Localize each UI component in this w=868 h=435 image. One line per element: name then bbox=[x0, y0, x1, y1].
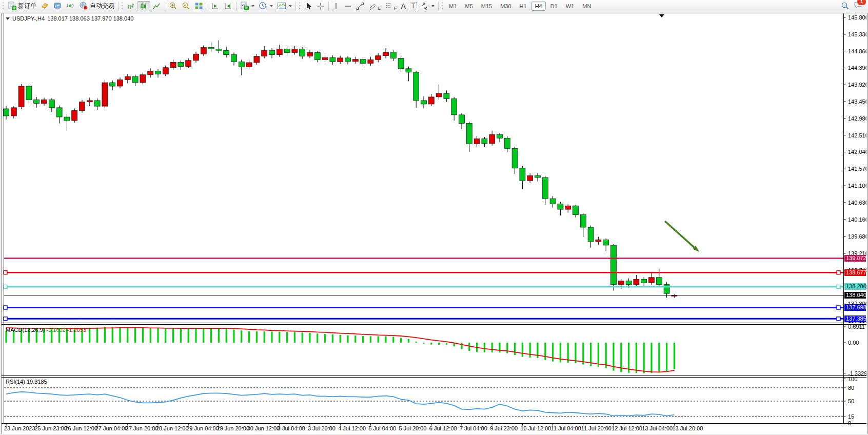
zoom-out-button[interactable] bbox=[180, 1, 192, 11]
toolbar-right: 1 bbox=[841, 1, 867, 11]
timeframe-button-mn[interactable]: MN bbox=[579, 2, 595, 11]
macd-histogram-series bbox=[6, 327, 674, 373]
toolbar-separator bbox=[236, 2, 236, 11]
timeframe-button-m30[interactable]: M30 bbox=[497, 2, 515, 11]
text-tool-icon: A bbox=[401, 2, 406, 10]
candlestick-chart-type-icon bbox=[140, 2, 148, 10]
tile-windows-icon bbox=[194, 2, 203, 10]
line-handle[interactable] bbox=[4, 285, 7, 288]
timeframe-button-h4[interactable]: H4 bbox=[531, 2, 546, 11]
chart-candles-button[interactable] bbox=[137, 1, 150, 11]
templates-button[interactable] bbox=[275, 1, 294, 11]
search-icon[interactable] bbox=[841, 2, 850, 10]
line-handle[interactable] bbox=[837, 285, 840, 288]
autoscroll-icon bbox=[211, 2, 220, 10]
autoscroll-button[interactable] bbox=[209, 1, 222, 11]
line-handle[interactable] bbox=[4, 306, 7, 309]
chart-area[interactable]: USDJPY-,H4 138.017 138.063 137.970 138.0… bbox=[2, 13, 866, 433]
arrows-button[interactable] bbox=[419, 1, 437, 11]
fibonacci-icon bbox=[385, 2, 392, 10]
macd-signal-line bbox=[6, 328, 674, 372]
hline-button[interactable] bbox=[342, 1, 354, 11]
toolbar-grip[interactable] bbox=[441, 2, 444, 10]
new-order-label: 新订单 bbox=[18, 2, 36, 10]
toolbar-grip[interactable] bbox=[121, 2, 124, 10]
zoom-in-icon bbox=[169, 2, 177, 10]
line-handle[interactable] bbox=[837, 271, 840, 274]
arrows-tool-icon bbox=[421, 2, 429, 10]
timeframe-group: M1M5M15M30H1H4D1W1MN bbox=[445, 2, 595, 11]
metaeditor-button[interactable] bbox=[38, 1, 51, 11]
profile-button[interactable] bbox=[51, 1, 64, 11]
new-order-icon bbox=[8, 2, 16, 10]
timeframe-button-h1[interactable]: H1 bbox=[516, 2, 530, 11]
autotrading-button[interactable]: 自动交易 bbox=[77, 1, 116, 11]
toolbar-separator bbox=[118, 2, 119, 11]
new-order-button[interactable]: 新订单 bbox=[6, 1, 38, 11]
chart-plot[interactable] bbox=[2, 13, 866, 433]
equidistant-channel-icon bbox=[368, 2, 376, 10]
vline-button[interactable] bbox=[330, 1, 342, 11]
profile-chart-icon bbox=[53, 2, 62, 10]
trendline-icon bbox=[356, 2, 364, 10]
toolbar-separator bbox=[207, 2, 207, 11]
notifications-button[interactable]: 1 bbox=[854, 1, 863, 11]
trend-arrow-annotation[interactable] bbox=[665, 221, 699, 252]
chart-window: USDJPY-,H4 138.017 138.063 137.970 138.0… bbox=[1, 13, 868, 435]
text-button[interactable]: A bbox=[399, 1, 408, 11]
clock-icon bbox=[259, 2, 267, 10]
toolbar-grip[interactable] bbox=[299, 2, 301, 10]
bar-chart-type-icon bbox=[127, 2, 135, 10]
metaeditor-icon bbox=[41, 2, 49, 10]
crosshair-button[interactable] bbox=[314, 1, 327, 11]
signals-button[interactable] bbox=[64, 1, 77, 11]
dropdown-caret-icon bbox=[270, 5, 273, 7]
tile-windows-button[interactable] bbox=[192, 1, 205, 11]
top-toolbar: 新订单 自动交易 bbox=[0, 0, 868, 12]
label-tool-icon: T bbox=[410, 2, 417, 10]
chart-bars-button[interactable] bbox=[125, 1, 137, 11]
indicators-button[interactable] bbox=[238, 1, 257, 11]
timeframe-button-d1[interactable]: D1 bbox=[547, 2, 561, 11]
dropdown-caret-icon bbox=[251, 5, 254, 7]
dropdown-caret-icon bbox=[289, 5, 292, 7]
zoom-out-icon bbox=[182, 2, 190, 10]
timeframe-button-m15[interactable]: M15 bbox=[478, 2, 496, 11]
channel-button[interactable]: E bbox=[366, 1, 383, 11]
template-icon bbox=[277, 2, 286, 10]
cursor-arrow-icon bbox=[304, 2, 312, 10]
toolbar-separator bbox=[165, 2, 165, 11]
zoom-in-button[interactable] bbox=[167, 1, 180, 11]
candlestick-series bbox=[4, 41, 677, 298]
timeframe-button-m1[interactable]: M1 bbox=[445, 2, 460, 11]
crosshair-icon bbox=[317, 2, 325, 10]
horizontal-line-icon bbox=[344, 2, 352, 10]
channel-subscript: E bbox=[378, 6, 381, 11]
line-handle[interactable] bbox=[837, 306, 840, 309]
signal-icon bbox=[66, 2, 75, 10]
fibonacci-button[interactable]: F bbox=[383, 1, 399, 11]
line-handle[interactable] bbox=[837, 317, 840, 321]
notification-badge: 1 bbox=[857, 0, 866, 6]
trendline-button[interactable] bbox=[354, 1, 366, 11]
line-chart-type-icon bbox=[152, 2, 161, 10]
timeframe-button-m5[interactable]: M5 bbox=[461, 2, 476, 11]
line-handle[interactable] bbox=[4, 271, 7, 274]
chart-shift-button[interactable] bbox=[222, 1, 234, 11]
line-handle[interactable] bbox=[4, 317, 7, 321]
toolbar-grip[interactable] bbox=[2, 2, 5, 10]
label-button[interactable]: T bbox=[408, 1, 419, 11]
rsi-line bbox=[6, 392, 674, 416]
vertical-line-icon bbox=[332, 2, 340, 10]
chart-line-button[interactable] bbox=[150, 1, 163, 11]
periods-button[interactable] bbox=[257, 1, 275, 11]
toolbar-separator bbox=[328, 2, 329, 11]
toolbar-separator bbox=[295, 2, 296, 11]
price-level-lines[interactable] bbox=[4, 259, 844, 321]
indicators-icon bbox=[240, 2, 249, 10]
autotrading-label: 自动交易 bbox=[90, 2, 114, 10]
cursor-button[interactable] bbox=[302, 1, 314, 11]
timeframe-button-w1[interactable]: W1 bbox=[562, 2, 578, 11]
chart-shift-icon bbox=[224, 2, 232, 10]
toolbar-separator bbox=[438, 2, 439, 11]
